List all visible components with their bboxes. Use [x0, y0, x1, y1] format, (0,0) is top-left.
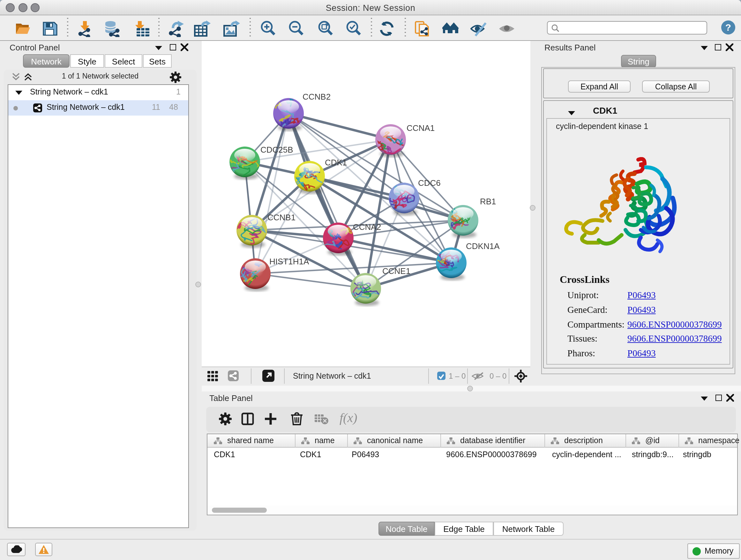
- svg-text:HIST1H1A: HIST1H1A: [269, 257, 309, 266]
- svg-text:CDC25B: CDC25B: [260, 145, 293, 154]
- svg-text:CDKN1A: CDKN1A: [466, 241, 500, 251]
- svg-text:RB1: RB1: [480, 197, 496, 206]
- svg-text:CCNB1: CCNB1: [267, 212, 295, 222]
- svg-text:CCNA2: CCNA2: [353, 222, 381, 232]
- svg-text:CCNE1: CCNE1: [382, 266, 410, 276]
- svg-text:CDK1: CDK1: [325, 158, 347, 167]
- svg-text:CCNB2: CCNB2: [302, 92, 331, 102]
- svg-text:CCNA1: CCNA1: [407, 123, 434, 133]
- svg-text:CDC6: CDC6: [418, 178, 441, 188]
